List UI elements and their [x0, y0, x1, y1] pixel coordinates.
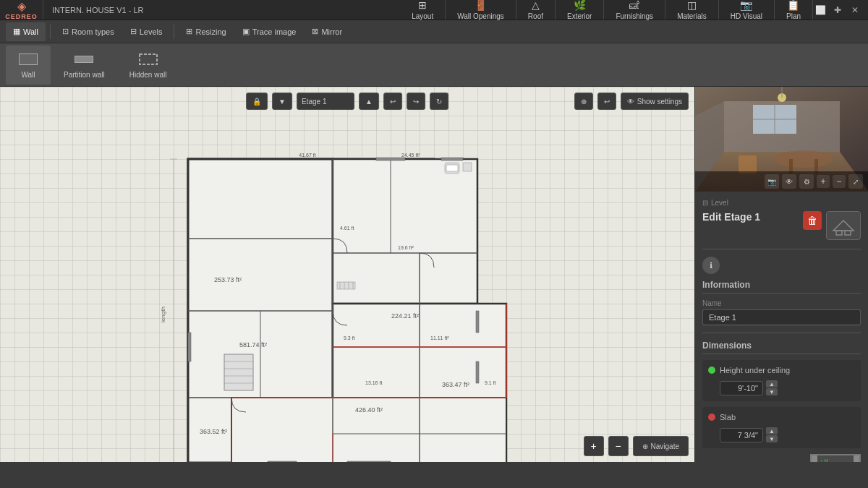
floor-select[interactable] — [297, 93, 354, 110]
minus-icon: − — [615, 440, 621, 452]
svg-rect-32 — [376, 158, 405, 160]
room-types-icon: ⊡ — [62, 27, 69, 36]
undo-button[interactable]: ↩ — [383, 93, 402, 110]
fullscreen-icon-btn[interactable]: ⤢ — [848, 174, 863, 189]
exterior-label: Exterior — [567, 12, 592, 20]
nav-tab-wall-openings[interactable]: 🚪 Wall Openings — [446, 0, 516, 20]
redo-icon: ↪ — [413, 98, 419, 106]
mirror-btn[interactable]: ⊠ Mirror — [305, 22, 349, 41]
wall-type-partition-btn[interactable]: Partition wall — [52, 46, 116, 85]
window-controls: ⬜ ✚ ✕ — [813, 3, 868, 17]
camera-icon-btn[interactable]: 📷 — [765, 174, 779, 189]
svg-text:224.21 ft²: 224.21 ft² — [391, 312, 419, 320]
svg-text:363.52 ft²: 363.52 ft² — [200, 428, 227, 435]
logo-icon: ◈ — [17, 0, 26, 13]
svg-rect-82 — [836, 231, 842, 235]
svg-text:4.61 ft: 4.61 ft — [340, 226, 354, 231]
refresh-button[interactable]: ↻ — [430, 93, 448, 110]
floor-up-button[interactable]: ▲ — [359, 93, 379, 110]
svg-text:253.73 ft²: 253.73 ft² — [214, 276, 242, 283]
preview-zoom-in-btn[interactable]: + — [817, 175, 830, 188]
svg-rect-33 — [441, 158, 463, 160]
settings-icon-btn[interactable]: ⚙ — [799, 174, 814, 189]
wall-type-hidden-btn[interactable]: Hidden wall — [118, 46, 179, 85]
edit-etage-title: Edit Etage 1 — [702, 211, 760, 223]
slab-up-button[interactable]: ▲ — [766, 427, 778, 435]
show-settings-button[interactable]: 👁 Show settings — [621, 93, 689, 110]
lock-icon: 🔒 — [252, 98, 261, 106]
wall-type-partition-label: Partition wall — [64, 71, 105, 79]
svg-point-77 — [775, 150, 833, 168]
zoom-out-button[interactable]: − — [608, 436, 629, 456]
wall-label: Wall — [23, 27, 38, 36]
roof-label: Roof — [528, 12, 543, 20]
height-ceiling-value[interactable]: 9'-10" — [720, 381, 763, 395]
svg-text:13.16 ft: 13.16 ft — [365, 380, 382, 385]
height-down-button[interactable]: ▼ — [766, 388, 778, 395]
preview-zoom-controls: + − — [817, 175, 846, 188]
svg-rect-4 — [140, 54, 157, 64]
svg-rect-27 — [224, 354, 253, 390]
nav-tab-materials[interactable]: ◫ Materials — [665, 0, 719, 20]
height-ceiling-row: Height under ceiling — [708, 366, 855, 374]
green-dot-indicator — [708, 367, 715, 374]
nav-tab-layout[interactable]: ⊞ Layout — [400, 0, 446, 20]
slab-value[interactable]: 7 3/4" — [720, 428, 763, 442]
level-icon: ⊟ — [702, 199, 708, 207]
floor-down-button[interactable]: ▼ — [272, 93, 292, 110]
nav-tab-hd-visual[interactable]: 📷 HD Visual — [719, 0, 775, 20]
svg-rect-83 — [845, 231, 851, 235]
height-ceiling-label: Height under ceiling — [720, 366, 855, 374]
plus-icon: + — [590, 440, 596, 452]
trace-image-btn[interactable]: ▣ Trace image — [235, 22, 304, 41]
redo-button[interactable]: ↪ — [407, 93, 425, 110]
name-field-value[interactable]: Etage 1 — [702, 309, 861, 325]
nav-tab-plan[interactable]: 📋 Plan — [775, 0, 813, 20]
wall-type-hidden-label: Hidden wall — [129, 71, 167, 79]
wall-openings-icon: 🚪 — [475, 0, 487, 11]
titlebar: ◈ CEDREO INTERN. HOUSE V1 - LR ⊞ Layout … — [0, 0, 868, 20]
navigate-label: Navigate — [651, 442, 679, 450]
navigate-icon: ⊕ — [642, 442, 648, 450]
undo-right-button[interactable]: ↩ — [597, 93, 616, 110]
wall-type-partition-icon — [73, 51, 95, 68]
navigate-button[interactable]: ⊕ Navigate — [633, 436, 689, 456]
materials-icon: ◫ — [687, 0, 697, 11]
compass-button[interactable]: ⊕ — [574, 93, 593, 110]
nav-tab-exterior[interactable]: 🌿 Exterior — [556, 0, 604, 20]
svg-marker-81 — [833, 221, 854, 231]
svg-rect-38 — [347, 461, 391, 462]
floor-plan-svg: length 253.73 ft² 224.21 ft² 581.74 ft² … — [87, 123, 593, 462]
maximize-button[interactable]: ✚ — [830, 3, 845, 17]
minimize-button[interactable]: ⬜ — [813, 3, 827, 17]
svg-rect-41 — [463, 163, 472, 171]
nav-tab-roof[interactable]: △ Roof — [516, 0, 556, 20]
slab-down-button[interactable]: ▼ — [766, 435, 778, 442]
name-field-label: Name — [702, 299, 861, 307]
delete-level-button[interactable]: 🗑 — [803, 211, 822, 230]
refresh-icon: ↻ — [436, 98, 442, 106]
levels-btn[interactable]: ⊟ Levels — [123, 22, 170, 41]
svg-rect-35 — [476, 361, 479, 383]
eye-view-btn[interactable]: 👁 — [782, 174, 796, 189]
hd-visual-icon: 📷 — [740, 0, 752, 11]
level-3d-icon — [826, 211, 861, 240]
wall-type-wall-btn[interactable]: Wall — [6, 46, 51, 85]
mirror-icon: ⊠ — [312, 27, 318, 36]
resizing-btn[interactable]: ⊞ Resizing — [179, 22, 233, 41]
canvas-area[interactable]: 🔒 ▼ ▲ ↩ ↪ ↻ ⊕ ↩ 👁 Show settings — [0, 87, 694, 462]
preview-image: 📷 👁 ⚙ + − ⤢ — [695, 87, 868, 192]
height-up-button[interactable]: ▲ — [766, 380, 778, 388]
preview-zoom-out-btn[interactable]: − — [833, 175, 846, 188]
nav-tab-furnishings[interactable]: 🛋 Furnishings — [604, 0, 665, 20]
toolbar-separator-2 — [174, 25, 174, 39]
roof-icon: △ — [532, 0, 540, 11]
lock-button[interactable]: 🔒 — [246, 93, 268, 110]
zoom-in-button[interactable]: + — [584, 436, 604, 456]
room-types-btn[interactable]: ⊡ Room types — [55, 22, 122, 41]
wall-openings-label: Wall Openings — [457, 12, 504, 20]
svg-rect-3 — [75, 56, 93, 62]
wall-toolbar-btn[interactable]: ▦ Wall — [6, 22, 46, 41]
close-button[interactable]: ✕ — [848, 3, 862, 17]
preview-overlay: 📷 👁 ⚙ + − ⤢ — [695, 171, 868, 192]
